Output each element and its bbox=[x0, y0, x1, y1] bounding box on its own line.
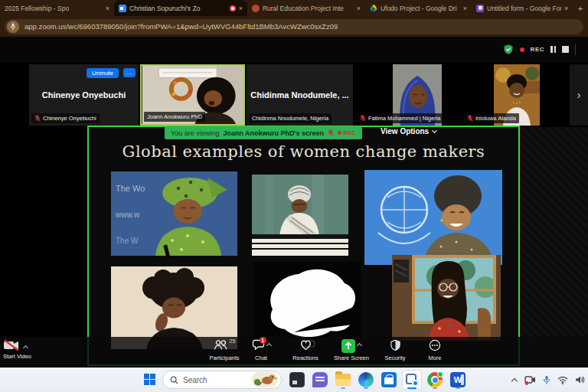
slide-photo-bottom-right bbox=[392, 255, 501, 341]
slide-graphic-center bbox=[254, 262, 361, 348]
slide-photo-top-center bbox=[252, 175, 348, 256]
microphone-tray-icon[interactable] bbox=[543, 375, 550, 385]
search-icon bbox=[170, 376, 178, 384]
svg-text:The W: The W bbox=[116, 237, 139, 245]
background-texture bbox=[520, 127, 588, 366]
rec-label: REC bbox=[344, 130, 356, 136]
browser-tab-3[interactable]: Rural Education Project Inte × bbox=[247, 0, 365, 16]
word-glyph: W bbox=[454, 375, 462, 384]
teams-chat-icon[interactable] bbox=[311, 371, 329, 389]
security-button[interactable]: Security bbox=[378, 339, 412, 361]
viewing-prefix: You are viewing bbox=[171, 129, 219, 137]
tab-close-icon[interactable]: × bbox=[357, 5, 361, 12]
camera-off-icon bbox=[3, 339, 20, 351]
tab-close-icon[interactable]: × bbox=[463, 5, 467, 12]
participant-name-chip: Joann Anokwuru PhD bbox=[144, 112, 205, 122]
speaker-icon[interactable] bbox=[575, 375, 585, 384]
tab-recording-icon bbox=[230, 5, 236, 11]
muted-mic-icon bbox=[34, 115, 41, 122]
reactions-button[interactable]: Reactions bbox=[286, 339, 325, 361]
taskbar-search[interactable]: Search bbox=[162, 371, 282, 389]
participant-tile-inioluwa[interactable]: Inioluwa Atanda bbox=[462, 64, 567, 126]
address-bar[interactable]: app.zoom.us/wc/69603789050/join?fromPWA=… bbox=[5, 19, 583, 34]
active-app-icon[interactable] bbox=[403, 371, 421, 389]
search-highlight-image[interactable] bbox=[252, 372, 278, 387]
participants-icon bbox=[214, 339, 227, 351]
word-icon[interactable]: W bbox=[449, 371, 467, 389]
new-tab-button[interactable]: + bbox=[573, 0, 588, 16]
more-ellipsis-icon bbox=[429, 339, 441, 351]
pinned-app-dark-icon[interactable] bbox=[288, 371, 306, 389]
chrome-browser-icon[interactable] bbox=[426, 371, 444, 389]
participant-tile-joann-video[interactable]: Joann Anokwuru PhD bbox=[140, 64, 245, 126]
security-shield-icon bbox=[390, 339, 401, 351]
windows-taskbar: Search W bbox=[0, 368, 588, 392]
camera-in-use-icon[interactable] bbox=[524, 375, 536, 385]
tab-close-icon[interactable]: × bbox=[564, 5, 568, 12]
start-video-button[interactable]: Start Video bbox=[3, 339, 31, 360]
zoom-window-top-strip: REC bbox=[0, 37, 588, 63]
browser-tab-4[interactable]: Ufodo Project - Google Dri × bbox=[365, 0, 472, 16]
pause-recording-button[interactable] bbox=[550, 46, 556, 53]
chip-label: Joann Anokwuru PhD bbox=[147, 113, 202, 120]
google-forms-favicon bbox=[476, 5, 484, 12]
file-explorer-icon[interactable] bbox=[334, 371, 352, 389]
svg-text:www.w: www.w bbox=[115, 211, 140, 219]
browser-tab-5[interactable]: Untitled form - Google For × bbox=[472, 0, 573, 16]
zoom-toolbar: Start Video 25 Participants bbox=[0, 337, 588, 366]
edge-browser-icon[interactable] bbox=[357, 371, 375, 389]
security-label: Security bbox=[384, 354, 405, 361]
microsoft-store-icon[interactable] bbox=[380, 371, 398, 389]
participants-button[interactable]: 25 Participants bbox=[204, 339, 245, 361]
filmstrip-next-button[interactable]: › bbox=[570, 64, 588, 126]
share-screen-button[interactable]: Share Screen bbox=[328, 339, 375, 361]
wifi-icon[interactable] bbox=[557, 376, 568, 384]
video-menu-chevron-icon[interactable] bbox=[23, 345, 28, 350]
view-options-label: View Options bbox=[381, 127, 429, 136]
participant-name-chip: Chidinma Nnodumele, Nigeria bbox=[249, 113, 332, 123]
tab-close-icon[interactable]: × bbox=[239, 5, 243, 12]
shared-screen-area: Global examples of women change makers T… bbox=[87, 126, 520, 366]
viewing-banner: You are viewing Joann Anokwuru PhD's scr… bbox=[165, 126, 362, 139]
presenter-name: Joann Anokwuru PhD's screen bbox=[223, 129, 324, 137]
participant-tile-chinenye[interactable]: Chinenye Onyebuchi Unmute … Chinenye Ony… bbox=[29, 64, 139, 126]
chip-label: Inioluwa Atanda bbox=[475, 115, 516, 122]
share-menu-chevron-icon[interactable] bbox=[357, 343, 362, 348]
encryption-shield-icon bbox=[503, 44, 514, 55]
view-options-button[interactable]: View Options bbox=[381, 127, 436, 136]
participants-count: 25 bbox=[230, 338, 236, 344]
mic-permission-icon[interactable] bbox=[7, 21, 19, 33]
start-video-label: Start Video bbox=[3, 353, 31, 360]
tab-title: 2025 Fellowship - Spo bbox=[5, 5, 103, 12]
zoom-favicon bbox=[119, 5, 126, 12]
chip-label: Chidinma Nnodumele, Nigeria bbox=[252, 115, 328, 122]
chevron-down-icon bbox=[432, 128, 437, 133]
browser-tab-2-active[interactable]: Christian Sopuruchi's Zo × bbox=[114, 0, 247, 16]
chat-badge: 1 bbox=[260, 337, 266, 344]
participant-tile-chidinma[interactable]: Chidinma Nnodumele, ... Chidinma Nnodume… bbox=[247, 64, 353, 126]
participants-label: Participants bbox=[209, 354, 239, 361]
tab-title: Ufodo Project - Google Dri bbox=[381, 5, 460, 12]
chrome-status-dot bbox=[437, 371, 443, 377]
tab-close-icon[interactable]: × bbox=[106, 5, 109, 12]
tile-more-button[interactable]: … bbox=[123, 68, 136, 77]
chat-button[interactable]: 1 Chat bbox=[245, 339, 277, 361]
muted-mic-icon bbox=[467, 115, 473, 122]
divider bbox=[575, 44, 576, 55]
svg-text:The Wo: The Wo bbox=[116, 184, 145, 193]
browser-tab-bar: 2025 Fellowship - Spo × Christian Sopuru… bbox=[0, 0, 588, 16]
slide-photo-top-left: The Wo www.w The W bbox=[111, 172, 237, 256]
banner-rec-indicator: REC bbox=[338, 130, 355, 136]
browser-tab-1[interactable]: 2025 Fellowship - Spo × bbox=[0, 0, 114, 16]
participant-name-chip: Fatima Mohammed | Nigeria bbox=[357, 113, 443, 123]
unmute-button[interactable]: Unmute bbox=[87, 68, 119, 78]
participant-tile-fatima[interactable]: Fatima Mohammed | Nigeria bbox=[354, 64, 460, 126]
share-screen-label: Share Screen bbox=[334, 354, 369, 361]
hidden-icons-chevron-icon[interactable] bbox=[511, 377, 518, 384]
stop-recording-button[interactable] bbox=[562, 46, 569, 53]
windows-start-button[interactable] bbox=[144, 374, 155, 385]
tab-title: Untitled form - Google For bbox=[487, 5, 561, 12]
site-favicon bbox=[252, 5, 260, 12]
more-button[interactable]: More bbox=[420, 339, 450, 361]
chat-menu-chevron-icon[interactable] bbox=[266, 343, 271, 348]
